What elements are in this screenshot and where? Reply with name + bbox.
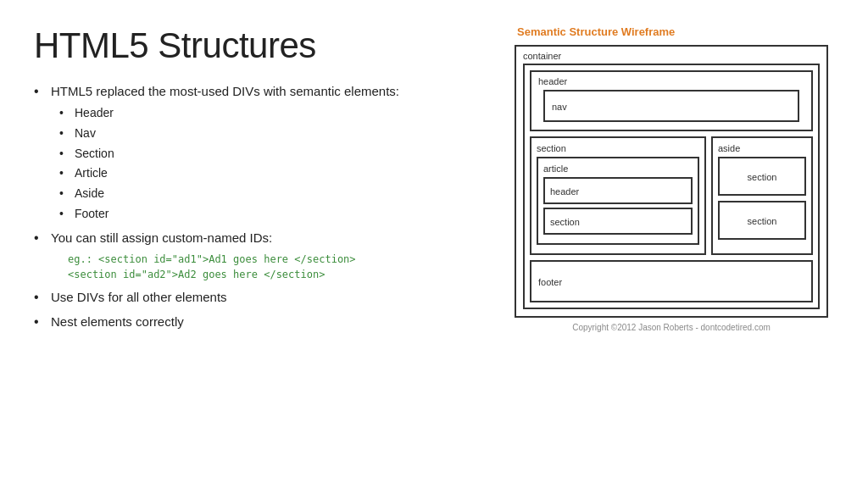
bullet-item-3: Use DIVs for all other elements — [34, 287, 492, 307]
sub-list-1: Header Nav Section Article Aside Footer — [59, 104, 492, 223]
sub-item-nav: Nav — [59, 125, 492, 143]
main-bullet-list: HTML5 replaced the most-used DIVs with s… — [34, 81, 492, 336]
sub-item-footer: Footer — [59, 205, 492, 224]
bullet-text-4: Nest elements correctly — [51, 314, 184, 329]
code-line-2: <section id="ad2">Ad2 goes here </sectio… — [68, 267, 492, 282]
code-example: eg.: <section id="ad1">Ad1 goes here </s… — [68, 252, 492, 282]
copyright-text: Copyright ©2012 Jason Roberts - dontcode… — [572, 323, 771, 332]
bullet-text-2: You can still assign custom-named IDs: — [51, 230, 272, 245]
header-label: header — [538, 76, 804, 86]
right-column: Semantic Structure Wireframe container h… — [509, 25, 834, 471]
aside-section2-label: section — [748, 216, 777, 226]
wf-aside-section-2: section — [718, 201, 806, 240]
container-label: container — [523, 51, 561, 61]
wf-article-block: article header section — [537, 157, 699, 245]
wireframe-title: Semantic Structure Wireframe — [517, 25, 675, 38]
wf-footer-block: footer — [530, 260, 813, 302]
wireframe-container: container header nav section — [515, 45, 828, 318]
wf-aside-section-1: section — [718, 157, 806, 196]
bullet-text-1: HTML5 replaced the most-used DIVs with s… — [51, 84, 399, 98]
inner-header-label: header — [550, 186, 579, 197]
wf-container-box: header nav section article heade — [523, 64, 820, 309]
sub-item-header: Header — [59, 104, 492, 123]
wf-inner-header: header — [543, 177, 693, 204]
bullet-item-2: You can still assign custom-named IDs: e… — [34, 228, 492, 281]
bullet-text-3: Use DIVs for all other elements — [51, 290, 227, 304]
wf-aside-block: aside section section — [711, 136, 813, 255]
sub-item-aside: Aside — [59, 185, 492, 203]
inner-section-label: section — [550, 217, 580, 227]
bullet-item-4: Nest elements correctly — [34, 312, 492, 331]
wf-section-block: section article header section — [530, 136, 706, 255]
section-label: section — [537, 143, 699, 153]
slide: HTML5 Structures HTML5 replaced the most… — [0, 0, 868, 488]
wf-inner-section: section — [543, 208, 693, 235]
aside-label: aside — [718, 143, 806, 153]
sub-item-section: Section — [59, 145, 492, 164]
aside-section1-label: section — [748, 172, 777, 182]
slide-title: HTML5 Structures — [34, 25, 492, 66]
left-column: HTML5 Structures HTML5 replaced the most… — [34, 25, 492, 471]
wf-header-block: header nav — [530, 70, 813, 131]
bullet-item-1: HTML5 replaced the most-used DIVs with s… — [34, 81, 492, 223]
code-line-1: eg.: <section id="ad1">Ad1 goes here </s… — [68, 252, 492, 267]
nav-label: nav — [552, 102, 567, 112]
footer-label: footer — [538, 277, 562, 287]
wf-nav-block: nav — [543, 90, 799, 122]
article-label: article — [543, 164, 693, 174]
wf-mid-row: section article header section — [530, 136, 813, 255]
sub-item-article: Article — [59, 164, 492, 183]
